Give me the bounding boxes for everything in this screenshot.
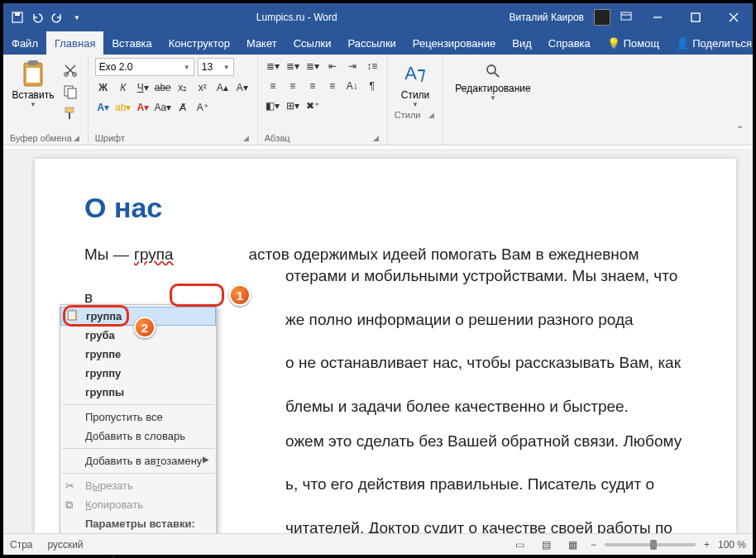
font-size-combo[interactable]: 13▼ xyxy=(198,58,234,76)
strikethrough-button[interactable]: abe xyxy=(155,79,171,96)
copy-icon: ⧉ xyxy=(65,498,79,512)
tab-review[interactable]: Рецензирование xyxy=(404,31,504,55)
add-to-autocorrect-item[interactable]: Добавить в автозамену▶ xyxy=(60,451,216,470)
text: ы xyxy=(93,479,100,492)
group-clipboard: Вставить ▼ Буфер обмена◢ xyxy=(3,55,89,145)
user-name[interactable]: Виталий Каиров xyxy=(509,12,584,23)
highlight-button[interactable]: ab▾ xyxy=(115,99,132,116)
underline-button[interactable]: Ч▾ xyxy=(135,79,151,96)
print-layout-button[interactable]: ▤ xyxy=(538,537,556,552)
read-mode-button[interactable]: ▭ xyxy=(511,537,529,552)
show-marks-button[interactable]: ¶ xyxy=(364,78,380,94)
borders-button[interactable]: ⊞▾ xyxy=(285,98,301,114)
svg-rect-11 xyxy=(65,107,74,112)
zoom-level[interactable]: 100 % xyxy=(718,539,746,551)
ribbon: Вставить ▼ Буфер обмена◢ Exo 2.0▼ 13▼ xyxy=(3,55,753,145)
italic-button[interactable]: К xyxy=(115,79,132,96)
align-right-button[interactable]: ≡ xyxy=(304,78,321,94)
format-painter-icon[interactable] xyxy=(63,106,78,121)
copy-icon[interactable] xyxy=(63,84,78,99)
change-case-button[interactable]: Aa▾ xyxy=(155,99,171,116)
paste-button[interactable]: Вставить ▼ xyxy=(10,58,56,108)
text-effects-button[interactable]: A▾ xyxy=(95,99,112,116)
maximize-button[interactable] xyxy=(677,3,715,31)
cut-icon[interactable] xyxy=(63,63,78,78)
zoom-in-button[interactable]: + xyxy=(704,539,710,551)
suggestion-item[interactable]: группы xyxy=(60,383,216,402)
text: Добавить в ав xyxy=(85,455,156,467)
paste-label: Вставить xyxy=(12,89,55,101)
font-group-label: Шрифт xyxy=(95,133,125,143)
svg-rect-1 xyxy=(15,12,20,16)
tab-design[interactable]: Конструктор xyxy=(160,31,238,55)
font-color-button[interactable]: A▾ xyxy=(135,99,151,116)
tab-layout[interactable]: Макет xyxy=(238,31,285,55)
share-button[interactable]: 👤Поделиться xyxy=(667,31,756,55)
close-button[interactable] xyxy=(715,3,753,31)
dialog-launcher-icon[interactable]: ◢ xyxy=(427,111,436,119)
shading-button[interactable]: ◧▾ xyxy=(265,98,281,114)
char-shading-button[interactable]: A⁺ xyxy=(194,99,211,116)
shrink-font-button[interactable]: A▾ xyxy=(234,79,251,96)
text: астов одержимых идеей помогать Вам в еже… xyxy=(249,246,639,263)
save-icon[interactable] xyxy=(12,12,23,23)
multilevel-button[interactable]: ≣▾ xyxy=(304,58,321,74)
bold-button[interactable]: Ж xyxy=(95,79,112,96)
superscript-button[interactable]: x² xyxy=(194,79,211,96)
text: обавить в словарь xyxy=(93,430,185,442)
dialog-launcher-icon[interactable]: ◢ xyxy=(72,134,81,142)
line-spacing-button[interactable]: ↕≡ xyxy=(364,58,380,74)
subscript-button[interactable]: x₂ xyxy=(175,79,191,96)
text: блемы и задачи более качественно и быстр… xyxy=(285,398,629,415)
tab-help[interactable]: Справка xyxy=(540,31,599,55)
clipboard-group-label: Буфер обмена xyxy=(10,133,72,143)
align-left-button[interactable]: ≡ xyxy=(265,78,281,94)
dialog-launcher-icon[interactable]: ◢ xyxy=(371,134,380,142)
styles-group-label: Стили xyxy=(395,110,421,120)
minimize-button[interactable] xyxy=(639,3,677,31)
ignore-all-item[interactable]: Пропустить все xyxy=(60,408,216,427)
increase-indent-button[interactable]: ⇥ xyxy=(344,58,361,74)
chevron-down-icon: ▼ xyxy=(184,64,190,71)
tab-mailings[interactable]: Рассылки xyxy=(339,31,404,55)
distribute-button[interactable]: ✖⁺ xyxy=(304,98,321,114)
language-indicator[interactable]: русский xyxy=(48,539,84,551)
add-to-dictionary-item[interactable]: Добавить в словарь xyxy=(60,427,216,446)
editing-button[interactable]: Редактирование ▼ xyxy=(450,58,535,102)
font-name-value: Exo 2.0 xyxy=(99,61,133,73)
suggestion-item[interactable]: группе xyxy=(60,345,216,364)
sort-button[interactable]: A↓ xyxy=(344,78,361,94)
suggestion-item[interactable]: группу xyxy=(60,364,216,383)
grow-font-button[interactable]: A▴ xyxy=(214,79,231,96)
ribbon-display-icon[interactable] xyxy=(620,12,632,24)
tab-insert[interactable]: Вставка xyxy=(103,31,160,55)
page-indicator[interactable]: Стра xyxy=(10,539,33,551)
avatar[interactable] xyxy=(594,9,610,26)
bullets-button[interactable]: ≣▾ xyxy=(265,58,281,74)
decrease-indent-button[interactable]: ⇤ xyxy=(324,58,341,74)
tab-references[interactable]: Ссылки xyxy=(285,31,340,55)
redo-icon[interactable] xyxy=(51,12,63,23)
clear-formatting-button[interactable]: A̸ xyxy=(175,99,191,116)
tab-view[interactable]: Вид xyxy=(504,31,540,55)
dialog-launcher-icon[interactable]: ◢ xyxy=(242,134,251,142)
tab-home[interactable]: Главная xyxy=(46,31,103,55)
align-center-button[interactable]: ≡ xyxy=(285,78,301,94)
misspelled-word[interactable]: група xyxy=(133,246,175,263)
font-name-combo[interactable]: Exo 2.0▼ xyxy=(95,58,194,76)
zoom-out-button[interactable]: − xyxy=(591,539,596,551)
svg-rect-10 xyxy=(68,88,76,98)
styles-button[interactable]: A⁊ Стили ▼ xyxy=(395,58,437,108)
qat-dropdown-icon[interactable]: ▼ xyxy=(71,12,83,23)
callout-1: 1 xyxy=(229,284,251,306)
zoom-slider[interactable] xyxy=(605,543,696,546)
collapse-ribbon-button[interactable]: ˆ xyxy=(728,55,753,145)
web-layout-button[interactable]: ▦ xyxy=(564,537,582,552)
copy-item: ⧉Копировать xyxy=(60,495,216,514)
undo-icon[interactable] xyxy=(31,12,43,23)
editing-label: Редактирование xyxy=(455,83,530,94)
justify-button[interactable]: ≡ xyxy=(324,78,341,94)
tab-file[interactable]: Файл xyxy=(3,31,46,55)
tell-me[interactable]: 💡Помощ xyxy=(599,31,667,55)
numbering-button[interactable]: ≣▾ xyxy=(285,58,301,74)
